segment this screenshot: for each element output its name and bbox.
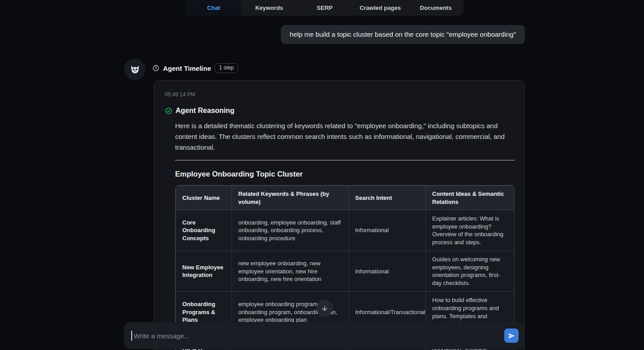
table-row: New Employee Integration new employee on… bbox=[176, 251, 515, 292]
owl-logo-icon bbox=[129, 64, 141, 76]
tab-keywords[interactable]: Keywords bbox=[241, 0, 297, 16]
cell-keywords: onboarding, employee onboarding, staff o… bbox=[232, 210, 349, 251]
col-header-cluster-name: Cluster Name bbox=[176, 186, 232, 210]
cell-cluster-name: New Employee Integration bbox=[176, 251, 232, 292]
tab-crawled-pages[interactable]: Crawled pages bbox=[352, 0, 408, 16]
message-input[interactable] bbox=[133, 332, 505, 340]
check-circle-icon bbox=[165, 107, 172, 115]
user-message-bubble: help me build a topic cluster based on t… bbox=[281, 25, 525, 44]
arrow-down-icon bbox=[321, 305, 328, 312]
cell-content-ideas: Explainer articles: What is employee onb… bbox=[426, 210, 515, 251]
cell-cluster-name: Core Onboarding Concepts bbox=[176, 210, 232, 251]
reasoning-body: Here is a detailed thematic clustering o… bbox=[175, 121, 515, 350]
table-row: Core Onboarding Concepts onboarding, emp… bbox=[176, 210, 515, 251]
cell-search-intent: Informational bbox=[349, 251, 426, 292]
app-screen: Chat Keywords SERP Crawled pages Documen… bbox=[0, 0, 644, 350]
agent-timeline-header: Agent Timeline 1 step bbox=[152, 63, 238, 73]
tab-documents[interactable]: Documents bbox=[408, 0, 464, 16]
agent-avatar bbox=[124, 59, 146, 80]
col-header-search-intent: Search Intent bbox=[349, 186, 426, 210]
col-header-content-ideas: Content Ideas & Semantic Relations bbox=[426, 186, 515, 210]
section-divider bbox=[175, 160, 515, 160]
tab-chat[interactable]: Chat bbox=[186, 0, 241, 16]
reasoning-title: Agent Reasoning bbox=[176, 107, 235, 115]
cell-content-ideas: Guides on welcoming new employees, desig… bbox=[426, 251, 515, 292]
reasoning-intro-text: Here is a detailed thematic clustering o… bbox=[175, 121, 515, 153]
cell-search-intent: Informational bbox=[349, 210, 426, 251]
step-timestamp: 05:49:14 PM bbox=[165, 91, 514, 98]
clock-icon bbox=[152, 65, 159, 72]
reasoning-header: Agent Reasoning bbox=[165, 107, 514, 115]
scroll-to-bottom-button[interactable] bbox=[317, 300, 333, 316]
agent-timeline-card: 05:49:14 PM Agent Reasoning Here is a de… bbox=[154, 80, 525, 350]
message-composer bbox=[124, 322, 525, 349]
table-header-row: Cluster Name Related Keywords & Phrases … bbox=[176, 186, 515, 210]
col-header-keywords: Related Keywords & Phrases (by volume) bbox=[232, 186, 349, 210]
send-button[interactable] bbox=[504, 328, 519, 343]
paper-plane-icon bbox=[508, 333, 515, 339]
top-tabbar: Chat Keywords SERP Crawled pages Documen… bbox=[186, 0, 464, 16]
text-caret bbox=[131, 331, 132, 341]
cluster-section-title: Employee Onboarding Topic Cluster bbox=[175, 170, 515, 178]
agent-timeline-label: Agent Timeline bbox=[163, 65, 211, 72]
tab-serp[interactable]: SERP bbox=[297, 0, 352, 16]
cell-keywords: new employee onboarding, new employee or… bbox=[232, 251, 349, 292]
steps-count-badge: 1 step bbox=[215, 63, 238, 73]
